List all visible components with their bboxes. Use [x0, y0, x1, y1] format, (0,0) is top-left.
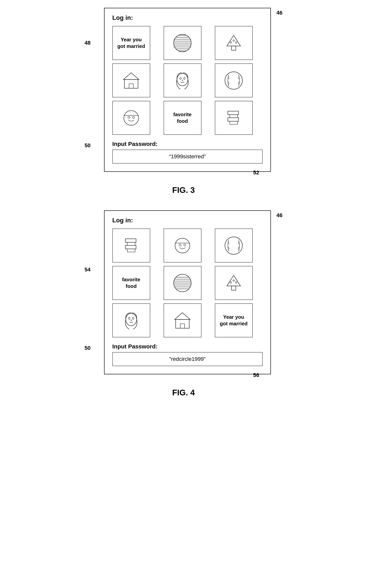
- baseball-cell[interactable]: [215, 64, 253, 97]
- svg-point-25: [180, 77, 181, 79]
- face2-icon: [121, 107, 142, 129]
- mushroom-icon: [223, 33, 244, 54]
- figure-3-section: 46 48 50 52 Log in: Year you got married: [12, 8, 355, 195]
- svg-rect-64: [180, 324, 184, 328]
- baseball-icon: [223, 70, 244, 91]
- svg-rect-32: [228, 111, 239, 115]
- label-50-fig3: 50: [85, 142, 91, 149]
- year-got-married-text2: Year you got married: [220, 314, 247, 327]
- stacked-s-cell[interactable]: [215, 101, 253, 135]
- svg-rect-36: [125, 239, 136, 242]
- fig4-dialog: Log in:: [104, 210, 271, 374]
- striped-circle-cell[interactable]: [164, 26, 201, 60]
- svg-point-43: [184, 244, 186, 246]
- fig4-caption: FIG. 4: [172, 388, 195, 397]
- svg-point-55: [230, 282, 232, 283]
- svg-point-31: [133, 116, 134, 118]
- favorite-food-cell2[interactable]: favorite food: [112, 266, 150, 300]
- svg-point-19: [235, 42, 237, 43]
- face2-icon2: [172, 235, 193, 256]
- mushroom-cell2[interactable]: [215, 266, 253, 300]
- favorite-food-text2: favorite food: [122, 277, 140, 290]
- figure-4-section: 46 54 50 56 Log in:: [12, 210, 355, 397]
- fig4-title: Log in:: [112, 217, 263, 224]
- striped-circle-cell2[interactable]: [164, 266, 201, 300]
- svg-marker-62: [175, 313, 190, 319]
- svg-point-40: [175, 238, 190, 253]
- figure-3-container: 46 48 50 52 Log in: Year you got married: [96, 8, 271, 172]
- girl-face-icon2: [121, 310, 142, 331]
- stacked-s-cell2[interactable]: [112, 229, 150, 262]
- face2-cell2[interactable]: [164, 229, 201, 262]
- house-cell2[interactable]: [164, 303, 201, 337]
- svg-rect-38: [125, 245, 136, 249]
- label-56: 56: [253, 372, 259, 378]
- striped-circle-icon2: [172, 272, 193, 294]
- svg-rect-33: [230, 115, 238, 118]
- svg-point-28: [124, 111, 139, 125]
- year-got-married-cell[interactable]: Year you got married: [112, 26, 150, 60]
- svg-point-56: [233, 280, 234, 281]
- fig4-password-input[interactable]: "redcircle1999": [112, 352, 263, 366]
- svg-marker-21: [124, 73, 139, 80]
- face2-cell[interactable]: [112, 101, 150, 135]
- svg-point-30: [128, 116, 130, 118]
- fig3-title: Log in:: [112, 14, 263, 21]
- svg-point-26: [184, 77, 185, 79]
- svg-rect-37: [127, 242, 135, 245]
- house-icon: [121, 70, 142, 91]
- label-54: 54: [85, 267, 91, 273]
- label-46-fig3: 46: [276, 10, 282, 16]
- fig3-dialog: Log in: Year you got married: [104, 8, 271, 172]
- svg-rect-34: [228, 118, 239, 121]
- fig3-password-input[interactable]: "1999sisterred": [112, 150, 263, 163]
- fig3-grid: Year you got married: [112, 26, 263, 135]
- house-icon2: [172, 310, 193, 331]
- svg-marker-54: [227, 275, 241, 286]
- svg-point-61: [132, 317, 134, 319]
- house-cell[interactable]: [112, 64, 150, 97]
- svg-rect-58: [232, 286, 236, 290]
- mushroom-cell[interactable]: [215, 26, 253, 60]
- svg-point-27: [225, 72, 242, 89]
- svg-point-60: [128, 317, 130, 319]
- striped-circle-icon: [172, 33, 193, 54]
- svg-point-44: [225, 237, 242, 254]
- svg-rect-23: [129, 84, 133, 88]
- mushroom-icon2: [223, 272, 244, 294]
- svg-marker-16: [227, 35, 241, 46]
- figure-4-container: 46 54 50 56 Log in:: [96, 210, 271, 374]
- favorite-food-text: favorite food: [173, 111, 192, 124]
- year-got-married-text: Year you got married: [117, 36, 145, 50]
- stacked-s-icon: [223, 107, 244, 129]
- year-got-married-cell2[interactable]: Year you got married: [215, 303, 253, 337]
- stacked-s-icon2: [121, 235, 142, 256]
- fig4-password-label: Input Password:: [112, 343, 263, 350]
- fig3-caption: FIG. 3: [172, 186, 195, 195]
- svg-point-17: [230, 42, 232, 43]
- favorite-food-cell[interactable]: favorite food: [164, 101, 201, 135]
- svg-point-42: [179, 244, 181, 246]
- label-48: 48: [85, 40, 91, 46]
- page-wrapper: 46 48 50 52 Log in: Year you got married: [12, 8, 355, 397]
- girl-face-cell[interactable]: [164, 64, 201, 97]
- label-50-fig4: 50: [85, 345, 91, 351]
- svg-point-57: [235, 282, 237, 283]
- baseball-icon2: [223, 235, 244, 256]
- svg-point-18: [233, 40, 234, 41]
- girl-face-cell2[interactable]: [112, 303, 150, 337]
- label-52: 52: [253, 170, 259, 176]
- svg-rect-39: [127, 249, 135, 252]
- label-46-fig4: 46: [276, 212, 282, 219]
- fig4-grid: favorite food: [112, 229, 263, 337]
- baseball-cell2[interactable]: [215, 229, 253, 262]
- svg-rect-35: [230, 121, 238, 124]
- fig3-password-label: Input Password:: [112, 141, 263, 147]
- girl-face-icon: [172, 70, 193, 91]
- svg-rect-20: [232, 46, 236, 50]
